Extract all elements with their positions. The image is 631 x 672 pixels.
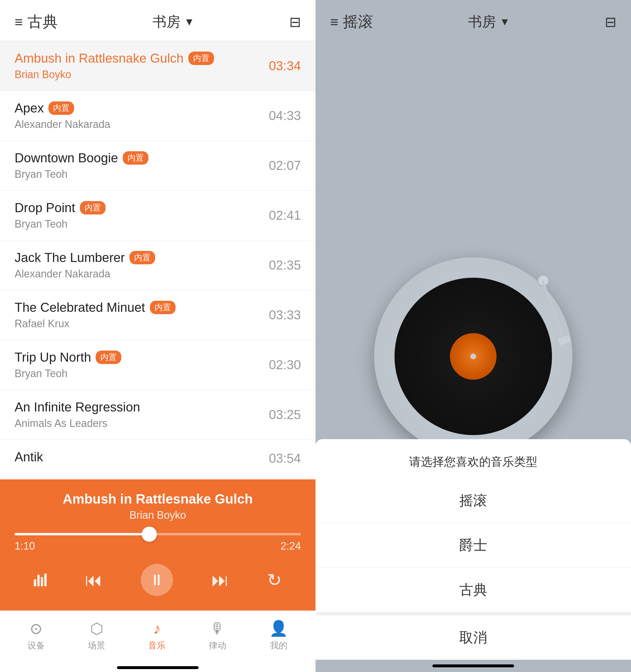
home-indicator-right bbox=[433, 665, 514, 667]
song-artist-7: Animals As Leaders bbox=[15, 417, 140, 430]
left-song-list: Ambush in Rattlesnake Gulch 内置 Brian Boy… bbox=[0, 41, 316, 479]
right-menu-icon[interactable]: ≡ bbox=[330, 14, 338, 30]
song-duration-1: 04:33 bbox=[269, 109, 301, 123]
song-item-7[interactable]: An Infinite Regression Animals As Leader… bbox=[0, 390, 316, 440]
left-genre-label: 古典 bbox=[27, 11, 58, 32]
current-time: 1:10 bbox=[15, 540, 35, 552]
nav-item-mine[interactable]: 👤 我的 bbox=[269, 620, 288, 652]
song-item-5[interactable]: The Celebrated Minuet 内置 Rafael Krux 03:… bbox=[0, 290, 316, 340]
tonearm bbox=[496, 275, 549, 356]
song-item-0[interactable]: Ambush in Rattlesnake Gulch 内置 Brian Boy… bbox=[0, 41, 316, 91]
time-row: 1:10 2:24 bbox=[15, 540, 301, 552]
song-duration-4: 02:35 bbox=[269, 258, 301, 272]
song-badge-1: 内置 bbox=[48, 101, 74, 115]
song-duration-0: 03:34 bbox=[269, 58, 301, 73]
player-title: Ambush in Rattlesnake Gulch bbox=[15, 491, 301, 507]
home-indicator-left bbox=[117, 666, 198, 669]
song-title-1: Apex 内置 bbox=[15, 101, 110, 115]
left-panel: ≡ 古典 书房 ▼ ⊟ Ambush in Rattlesnake Gulch … bbox=[0, 0, 316, 672]
song-badge-5: 内置 bbox=[150, 301, 176, 314]
total-time: 2:24 bbox=[281, 540, 301, 552]
play-pause-button[interactable]: ⏸ bbox=[141, 564, 173, 596]
song-duration-2: 02:07 bbox=[269, 158, 301, 173]
song-item-6[interactable]: Trip Up North 内置 Bryan Teoh 02:30 bbox=[0, 340, 316, 390]
menu-icon[interactable]: ≡ bbox=[15, 14, 23, 30]
song-item-4[interactable]: Jack The Lumberer 内置 Alexander Nakarada … bbox=[0, 240, 316, 290]
song-item-2[interactable]: Downtown Boogie 内置 Bryan Teoh 02:07 bbox=[0, 141, 316, 191]
vinyl-label bbox=[450, 333, 496, 380]
nav-item-scene[interactable]: ⬡ 场景 bbox=[88, 620, 105, 652]
left-room-label: 书房 bbox=[153, 13, 181, 31]
music-icon: ♪ bbox=[153, 620, 161, 637]
song-item-1[interactable]: Apex 内置 Alexander Nakarada 04:33 bbox=[0, 91, 316, 141]
song-artist-6: Bryan Teoh bbox=[15, 367, 121, 380]
song-item-3[interactable]: Drop Point 内置 Bryan Teoh 02:41 bbox=[0, 191, 316, 240]
right-header: ≡ 摇滚 书房 ▼ ⊟ bbox=[316, 0, 631, 41]
scene-icon: ⬡ bbox=[90, 620, 103, 637]
repeat-button[interactable]: ↻ bbox=[267, 570, 282, 590]
song-artist-2: Bryan Teoh bbox=[15, 168, 148, 181]
nav-item-device[interactable]: ⊙ 设备 bbox=[27, 620, 45, 652]
left-dropdown-arrow: ▼ bbox=[184, 16, 194, 28]
vinyl-wrapper bbox=[374, 257, 572, 455]
left-room-selector[interactable]: 书房 ▼ bbox=[153, 13, 194, 31]
nav-label-rhythm: 律动 bbox=[209, 640, 226, 652]
right-header-left: ≡ 摇滚 bbox=[330, 11, 373, 32]
left-filter-icon[interactable]: ⊟ bbox=[289, 14, 301, 30]
song-duration-8: 03:54 bbox=[269, 451, 301, 466]
song-title-5: The Celebrated Minuet 内置 bbox=[15, 300, 176, 315]
modal-option-jazz[interactable]: 爵士 bbox=[316, 523, 631, 568]
song-item-8[interactable]: Antik 03:54 bbox=[0, 440, 316, 477]
song-artist-4: Alexander Nakarada bbox=[15, 268, 155, 280]
song-duration-5: 03:33 bbox=[269, 308, 301, 322]
song-duration-6: 02:30 bbox=[269, 358, 301, 372]
song-artist-1: Alexander Nakarada bbox=[15, 118, 110, 130]
modal-option-classical[interactable]: 古典 bbox=[316, 568, 631, 612]
nav-item-music[interactable]: ♪ 音乐 bbox=[148, 620, 166, 652]
modal-sheet: 请选择您喜欢的音乐类型 摇滚 爵士 古典 bbox=[316, 439, 631, 612]
left-header-left: ≡ 古典 bbox=[15, 11, 58, 32]
song-badge-3: 内置 bbox=[80, 201, 106, 215]
vinyl-center-dot bbox=[470, 354, 476, 359]
right-filter-icon[interactable]: ⊟ bbox=[605, 14, 616, 30]
nav-item-rhythm[interactable]: 🎙 律动 bbox=[209, 620, 226, 652]
previous-button[interactable]: ⏮ bbox=[85, 570, 102, 590]
song-title-6: Trip Up North 内置 bbox=[15, 350, 121, 364]
right-genre-label: 摇滚 bbox=[343, 11, 373, 32]
song-title-0: Ambush in Rattlesnake Gulch 内置 bbox=[15, 51, 214, 66]
next-button[interactable]: ⏭ bbox=[211, 570, 229, 590]
song-artist-0: Brian Boyko bbox=[15, 69, 214, 81]
song-badge-0: 内置 bbox=[188, 52, 214, 65]
nav-label-mine: 我的 bbox=[270, 640, 287, 652]
progress-container[interactable] bbox=[15, 533, 301, 535]
progress-bar-fill bbox=[15, 533, 149, 535]
nav-label-scene: 场景 bbox=[88, 640, 105, 652]
right-dropdown-arrow: ▼ bbox=[499, 16, 510, 28]
song-title-2: Downtown Boogie 内置 bbox=[15, 151, 148, 165]
modal-cancel-button[interactable]: 取消 bbox=[316, 616, 631, 660]
song-title-8: Antik bbox=[15, 450, 43, 464]
song-title-3: Drop Point 内置 bbox=[15, 200, 106, 215]
song-badge-6: 内置 bbox=[96, 351, 121, 364]
device-icon: ⊙ bbox=[30, 620, 43, 637]
rhythm-icon: 🎙 bbox=[210, 620, 225, 637]
modal-backdrop: 请选择您喜欢的音乐类型 摇滚 爵士 古典 取消 bbox=[316, 439, 631, 672]
player-artist: Brian Boyko bbox=[15, 509, 301, 521]
song-artist-5: Rafael Krux bbox=[15, 318, 176, 330]
equalizer-button[interactable] bbox=[34, 574, 47, 586]
right-room-label: 书房 bbox=[468, 13, 496, 31]
song-badge-4: 内置 bbox=[130, 251, 155, 264]
modal-title: 请选择您喜欢的音乐类型 bbox=[316, 439, 631, 479]
right-room-selector[interactable]: 书房 ▼ bbox=[468, 13, 510, 31]
modal-cancel-section: 取消 bbox=[316, 612, 631, 660]
mine-icon: 👤 bbox=[269, 620, 288, 637]
player-bar: Ambush in Rattlesnake Gulch Brian Boyko … bbox=[0, 479, 316, 610]
progress-bar-bg bbox=[15, 533, 301, 535]
song-artist-3: Bryan Teoh bbox=[15, 218, 106, 230]
modal-option-rock[interactable]: 摇滚 bbox=[316, 479, 631, 523]
song-title-7: An Infinite Regression bbox=[15, 400, 140, 414]
progress-thumb[interactable] bbox=[142, 527, 157, 542]
left-header: ≡ 古典 书房 ▼ ⊟ bbox=[0, 0, 316, 41]
song-duration-3: 02:41 bbox=[269, 208, 301, 223]
song-duration-7: 03:25 bbox=[269, 407, 301, 422]
